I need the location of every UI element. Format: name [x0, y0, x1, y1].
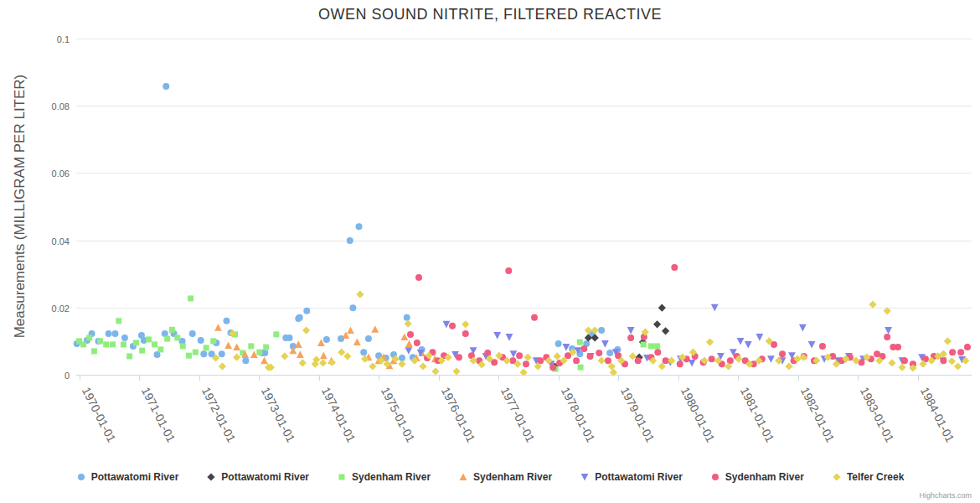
- data-point[interactable]: [405, 319, 412, 327]
- data-point[interactable]: [360, 349, 367, 355]
- data-point[interactable]: [407, 331, 414, 338]
- data-point[interactable]: [338, 349, 345, 356]
- data-point[interactable]: [328, 359, 336, 366]
- data-point[interactable]: [256, 350, 262, 355]
- data-point[interactable]: [219, 350, 225, 357]
- data-point[interactable]: [111, 330, 118, 337]
- data-point[interactable]: [146, 336, 152, 342]
- data-point[interactable]: [654, 343, 660, 349]
- data-point[interactable]: [531, 314, 538, 321]
- data-point[interactable]: [601, 340, 609, 348]
- data-point[interactable]: [799, 324, 807, 332]
- data-point[interactable]: [174, 334, 180, 340]
- data-point[interactable]: [606, 350, 613, 356]
- data-point[interactable]: [152, 341, 157, 347]
- legend-item-0-pottawatomi-river[interactable]: Pottawatomi River: [76, 471, 179, 483]
- data-point[interactable]: [884, 334, 890, 340]
- data-point[interactable]: [706, 339, 714, 346]
- data-point[interactable]: [957, 349, 964, 355]
- data-point[interactable]: [948, 357, 956, 365]
- data-point[interactable]: [180, 343, 186, 349]
- credits-link[interactable]: Highcharts.com: [919, 491, 972, 500]
- data-point[interactable]: [510, 350, 518, 358]
- data-point[interactable]: [405, 340, 413, 348]
- data-point[interactable]: [365, 335, 372, 342]
- data-point[interactable]: [242, 357, 249, 364]
- data-point[interactable]: [188, 295, 193, 301]
- data-point[interactable]: [299, 359, 307, 366]
- data-point[interactable]: [97, 338, 103, 344]
- data-point[interactable]: [449, 323, 456, 329]
- data-point[interactable]: [668, 357, 675, 365]
- data-point[interactable]: [297, 314, 303, 321]
- data-point[interactable]: [524, 354, 532, 361]
- data-point[interactable]: [549, 364, 556, 371]
- legend-item-5-sydenham-river[interactable]: Sydenham River: [710, 471, 804, 483]
- data-point[interactable]: [484, 350, 491, 356]
- data-point[interactable]: [263, 345, 269, 350]
- data-point[interactable]: [198, 337, 204, 344]
- data-point[interactable]: [91, 348, 97, 354]
- data-point[interactable]: [415, 274, 422, 281]
- data-point[interactable]: [139, 348, 145, 354]
- data-point[interactable]: [516, 352, 523, 359]
- data-point[interactable]: [320, 352, 328, 360]
- data-point[interactable]: [210, 338, 216, 344]
- data-point[interactable]: [353, 339, 361, 346]
- data-point[interactable]: [431, 367, 439, 375]
- data-point[interactable]: [356, 291, 364, 298]
- data-point[interactable]: [627, 334, 634, 341]
- data-point[interactable]: [949, 349, 956, 355]
- data-point[interactable]: [653, 320, 661, 328]
- data-point[interactable]: [658, 304, 666, 312]
- data-point[interactable]: [193, 350, 199, 355]
- data-point[interactable]: [523, 360, 529, 367]
- data-point[interactable]: [888, 359, 895, 366]
- data-point[interactable]: [456, 354, 462, 360]
- data-point[interactable]: [756, 334, 763, 341]
- data-point[interactable]: [554, 352, 561, 360]
- data-point[interactable]: [944, 337, 952, 345]
- data-point[interactable]: [885, 327, 892, 334]
- data-point[interactable]: [414, 340, 420, 346]
- data-point[interactable]: [204, 345, 209, 350]
- data-point[interactable]: [110, 341, 116, 347]
- data-point[interactable]: [157, 346, 163, 352]
- data-point[interactable]: [964, 344, 971, 350]
- data-point[interactable]: [343, 352, 351, 360]
- data-point[interactable]: [398, 360, 405, 368]
- data-point[interactable]: [869, 301, 876, 309]
- data-point[interactable]: [505, 267, 512, 274]
- data-point[interactable]: [295, 340, 302, 348]
- data-point[interactable]: [648, 343, 654, 349]
- data-point[interactable]: [261, 350, 268, 356]
- data-point[interactable]: [506, 334, 513, 341]
- data-point[interactable]: [573, 357, 580, 364]
- data-point[interactable]: [452, 367, 460, 375]
- data-point[interactable]: [126, 353, 132, 359]
- data-point[interactable]: [349, 304, 356, 311]
- data-point[interactable]: [121, 341, 126, 347]
- data-point[interactable]: [121, 334, 128, 341]
- data-point[interactable]: [169, 327, 175, 333]
- data-point[interactable]: [671, 264, 678, 271]
- data-point[interactable]: [555, 340, 562, 347]
- data-point[interactable]: [709, 355, 715, 362]
- data-point[interactable]: [281, 352, 288, 360]
- data-point[interactable]: [248, 343, 254, 349]
- data-point[interactable]: [162, 83, 169, 90]
- data-point[interactable]: [419, 362, 426, 370]
- data-point[interactable]: [898, 364, 905, 371]
- data-point[interactable]: [737, 338, 745, 345]
- data-point[interactable]: [356, 223, 363, 230]
- data-point[interactable]: [133, 340, 139, 345]
- data-point[interactable]: [219, 362, 226, 370]
- data-point[interactable]: [347, 326, 354, 334]
- data-point[interactable]: [260, 357, 268, 365]
- data-point[interactable]: [954, 362, 962, 370]
- data-point[interactable]: [598, 327, 605, 334]
- data-point[interactable]: [297, 350, 304, 358]
- data-point[interactable]: [302, 326, 310, 334]
- data-point[interactable]: [286, 334, 293, 341]
- data-point[interactable]: [901, 357, 908, 364]
